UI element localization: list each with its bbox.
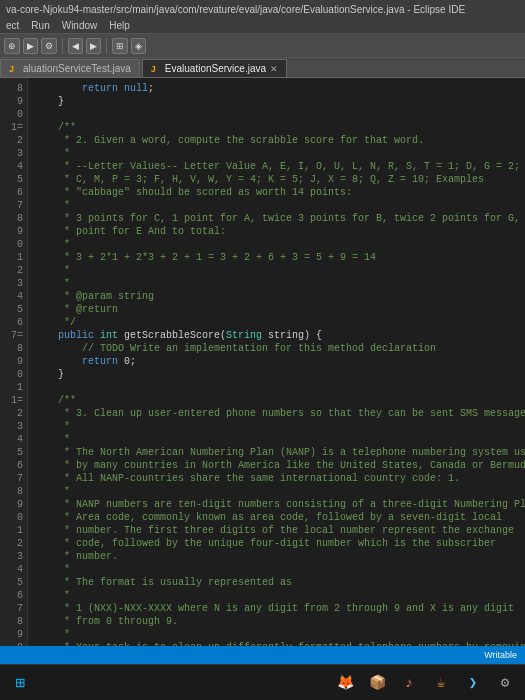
line-number: 8 <box>4 342 23 355</box>
line-number: 8 <box>4 82 23 95</box>
line-number: 3 <box>4 147 23 160</box>
line-number: 6 <box>4 459 23 472</box>
code-line: * NANP numbers are ten-digit numbers con… <box>34 498 519 511</box>
editor-area[interactable]: 8901=2345678901234567=89011=234567890123… <box>0 78 525 646</box>
code-content[interactable]: return null; } /** * 2. Given a word, co… <box>28 78 525 646</box>
code-line: * number. <box>34 550 519 563</box>
taskbar-dropbox-icon[interactable]: 📦 <box>363 669 391 697</box>
code-line <box>34 381 519 394</box>
code-line: return 0; <box>34 355 519 368</box>
line-number: 1 <box>4 251 23 264</box>
line-number: 0 <box>4 108 23 121</box>
line-number: 3 <box>4 277 23 290</box>
toolbar-btn-4[interactable]: ◀ <box>68 38 83 54</box>
code-line: * @return <box>34 303 519 316</box>
line-number: 1 <box>4 524 23 537</box>
code-line: * <box>34 420 519 433</box>
line-number: 9 <box>4 498 23 511</box>
code-line: * code, followed by the unique four-digi… <box>34 537 519 550</box>
line-number: 1= <box>4 394 23 407</box>
status-bar: Writable <box>0 646 525 664</box>
code-line: * 3. Clean up user-entered phone numbers… <box>34 407 519 420</box>
line-number: 8 <box>4 212 23 225</box>
code-line: * <box>34 199 519 212</box>
line-number: 8 <box>4 615 23 628</box>
line-number: 2 <box>4 264 23 277</box>
title-text: va-core-Njoku94-master/src/main/java/com… <box>6 4 465 15</box>
code-line: * point for E And to total: <box>34 225 519 238</box>
taskbar-java-icon[interactable]: ☕ <box>427 669 455 697</box>
line-number: 4 <box>4 563 23 576</box>
line-number: 2 <box>4 134 23 147</box>
tab-main[interactable]: J EvaluationService.java ✕ <box>142 59 287 77</box>
line-number: 6 <box>4 589 23 602</box>
code-line: * 3 + 2*1 + 2*3 + 2 + 1 = 3 + 2 + 6 + 3 … <box>34 251 519 264</box>
menu-item-run[interactable]: Run <box>31 20 49 31</box>
line-number: 3 <box>4 550 23 563</box>
taskbar-arrow-icon[interactable]: ❯ <box>459 669 487 697</box>
taskbar-settings-icon[interactable]: ⚙ <box>491 669 519 697</box>
taskbar: ⊞ 🦊 📦 ♪ ☕ ❯ ⚙ <box>0 664 525 700</box>
line-number: 7 <box>4 602 23 615</box>
code-line: * <box>34 563 519 576</box>
taskbar-music-icon[interactable]: ♪ <box>395 669 423 697</box>
close-icon[interactable]: ✕ <box>270 64 278 74</box>
menu-item-help[interactable]: Help <box>109 20 130 31</box>
menu-item-window[interactable]: Window <box>62 20 98 31</box>
code-line: * 2. Given a word, compute the scrabble … <box>34 134 519 147</box>
menu-bar: ect Run Window Help <box>0 18 525 34</box>
menu-item-ect[interactable]: ect <box>6 20 19 31</box>
tab-main-label: EvaluationService.java <box>165 63 266 74</box>
line-number: 9 <box>4 225 23 238</box>
code-line: * from 0 through 9. <box>34 615 519 628</box>
code-line: /** <box>34 394 519 407</box>
line-number: 6 <box>4 186 23 199</box>
taskbar-firefox-icon[interactable]: 🦊 <box>331 669 359 697</box>
line-number: 2 <box>4 537 23 550</box>
line-number: 2 <box>4 407 23 420</box>
code-line: // TODO Write an implementation for this… <box>34 342 519 355</box>
code-line: } <box>34 95 519 108</box>
code-line: * <box>34 589 519 602</box>
code-line: * <box>34 238 519 251</box>
toolbar-btn-6[interactable]: ⊞ <box>112 38 128 54</box>
line-numbers: 8901=2345678901234567=89011=234567890123… <box>0 78 28 646</box>
code-line: * The North American Numbering Plan (NAN… <box>34 446 519 459</box>
code-line: } <box>34 368 519 381</box>
code-line: * <box>34 485 519 498</box>
toolbar-btn-1[interactable]: ⊕ <box>4 38 20 54</box>
code-line: * All NANP-countries share the same inte… <box>34 472 519 485</box>
code-line: * <box>34 433 519 446</box>
code-line <box>34 108 519 121</box>
line-number: 9 <box>4 95 23 108</box>
tab-bar: J aluationServiceTest.java J EvaluationS… <box>0 58 525 78</box>
code-line: * 3 points for C, 1 point for A, twice 3… <box>34 212 519 225</box>
line-number: 5 <box>4 303 23 316</box>
tab-test-label: aluationServiceTest.java <box>23 63 131 74</box>
toolbar-btn-2[interactable]: ▶ <box>23 38 38 54</box>
line-number: 6 <box>4 316 23 329</box>
toolbar-sep-1 <box>62 38 63 54</box>
line-number: 0 <box>4 511 23 524</box>
code-line: * by many countries in North America lik… <box>34 459 519 472</box>
line-number: 4 <box>4 433 23 446</box>
taskbar-windows-icon[interactable]: ⊞ <box>6 669 34 697</box>
code-line: public int getScrabbleScore(String strin… <box>34 329 519 342</box>
code-line: * 1 (NXX)-NXX-XXXX where N is any digit … <box>34 602 519 615</box>
code-line: return null; <box>34 82 519 95</box>
code-line: * @param string <box>34 290 519 303</box>
toolbar-btn-3[interactable]: ⚙ <box>41 38 57 54</box>
line-number: 8 <box>4 485 23 498</box>
toolbar-sep-2 <box>106 38 107 54</box>
code-line: * --Letter Values-- Letter Value A, E, I… <box>34 160 519 173</box>
status-text: Writable <box>484 650 517 660</box>
tab-main-icon: J <box>151 64 161 74</box>
toolbar-btn-7[interactable]: ◈ <box>131 38 146 54</box>
code-line: * <box>34 147 519 160</box>
toolbar-btn-5[interactable]: ▶ <box>86 38 101 54</box>
code-line: * Area code, commonly known as area code… <box>34 511 519 524</box>
line-number: 9 <box>4 628 23 641</box>
line-number: 7 <box>4 199 23 212</box>
code-line: * The format is usually represented as <box>34 576 519 589</box>
tab-test[interactable]: J aluationServiceTest.java <box>0 59 140 77</box>
